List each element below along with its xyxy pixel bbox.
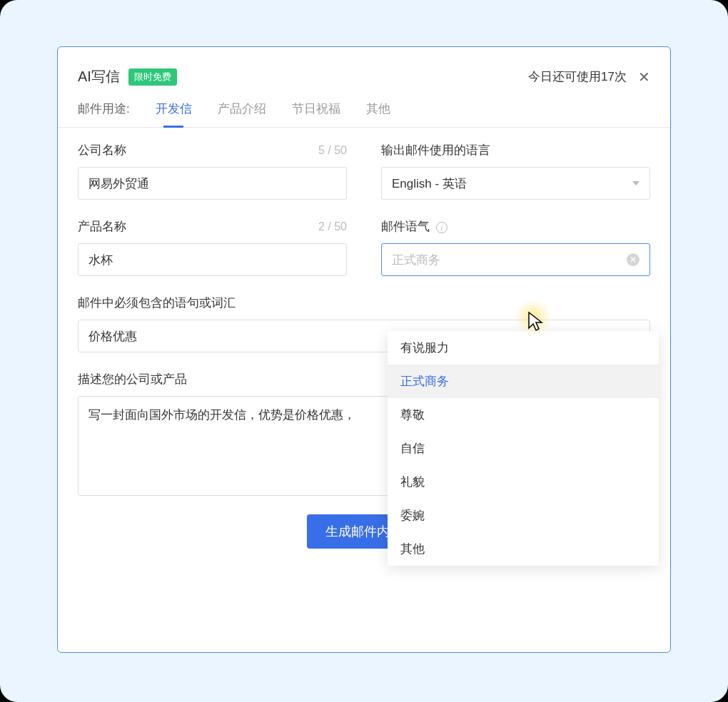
usage-count: 今日还可使用17次 <box>528 68 627 85</box>
company-count: 5 / 50 <box>318 144 347 157</box>
tab-product-intro[interactable]: 产品介绍 <box>218 101 266 127</box>
modal-header: AI写信 限时免费 今日还可使用17次 ✕ <box>58 47 670 101</box>
tone-select[interactable]: 正式商务 ✕ <box>381 243 650 276</box>
product-input[interactable] <box>78 243 347 276</box>
company-label: 公司名称 <box>78 142 126 158</box>
tone-placeholder: 正式商务 <box>392 252 440 268</box>
tab-other[interactable]: 其他 <box>366 101 390 127</box>
row-product-tone: 产品名称 2 / 50 邮件语气 i 正式商务 ✕ <box>78 218 650 276</box>
group-product: 产品名称 2 / 50 <box>78 218 347 276</box>
tone-option-euphemistic[interactable]: 委婉 <box>388 499 659 532</box>
tone-option-other[interactable]: 其他 <box>388 532 659 566</box>
tone-option-formal[interactable]: 正式商务 <box>388 365 659 398</box>
tone-option-polite[interactable]: 礼貌 <box>388 465 659 499</box>
tabs-row: 邮件用途: 开发信 产品介绍 节日祝福 其他 <box>58 101 670 128</box>
free-badge: 限时免费 <box>128 68 177 86</box>
clear-icon[interactable]: ✕ <box>627 253 639 266</box>
language-value: English - 英语 <box>392 176 467 192</box>
ai-write-modal: AI写信 限时免费 今日还可使用17次 ✕ 邮件用途: 开发信 产品介绍 节日祝… <box>57 46 671 653</box>
close-icon[interactable]: ✕ <box>638 70 650 84</box>
chevron-down-icon <box>632 181 639 185</box>
product-count: 2 / 50 <box>318 220 347 233</box>
description-label: 描述您的公司或产品 <box>78 371 187 387</box>
tone-option-respectful[interactable]: 尊敬 <box>388 398 659 432</box>
header-right: 今日还可使用17次 ✕ <box>528 68 650 85</box>
language-select[interactable]: English - 英语 <box>381 167 650 200</box>
info-icon[interactable]: i <box>436 222 448 233</box>
tone-dropdown: 有说服力 正式商务 尊敬 自信 礼貌 委婉 其他 <box>388 331 659 566</box>
group-company: 公司名称 5 / 50 <box>78 142 347 200</box>
modal-title: AI写信 <box>78 67 120 86</box>
group-tone: 邮件语气 i 正式商务 ✕ <box>381 218 650 276</box>
group-language: 输出邮件使用的语言 English - 英语 <box>381 142 650 200</box>
must-include-label: 邮件中必须包含的语句或词汇 <box>78 295 236 311</box>
tone-label: 邮件语气 i <box>381 218 448 235</box>
tabs-label: 邮件用途: <box>78 101 130 127</box>
tab-develop[interactable]: 开发信 <box>156 101 192 127</box>
tone-option-confident[interactable]: 自信 <box>388 432 659 465</box>
tone-option-persuasive[interactable]: 有说服力 <box>388 331 659 365</box>
header-left: AI写信 限时免费 <box>78 67 177 86</box>
product-label: 产品名称 <box>78 218 126 235</box>
company-input[interactable] <box>78 167 347 200</box>
row-company-language: 公司名称 5 / 50 输出邮件使用的语言 English - 英语 <box>78 142 650 200</box>
tab-holiday[interactable]: 节日祝福 <box>292 101 340 127</box>
language-label: 输出邮件使用的语言 <box>381 142 490 158</box>
outer-panel: AI写信 限时免费 今日还可使用17次 ✕ 邮件用途: 开发信 产品介绍 节日祝… <box>0 0 728 702</box>
